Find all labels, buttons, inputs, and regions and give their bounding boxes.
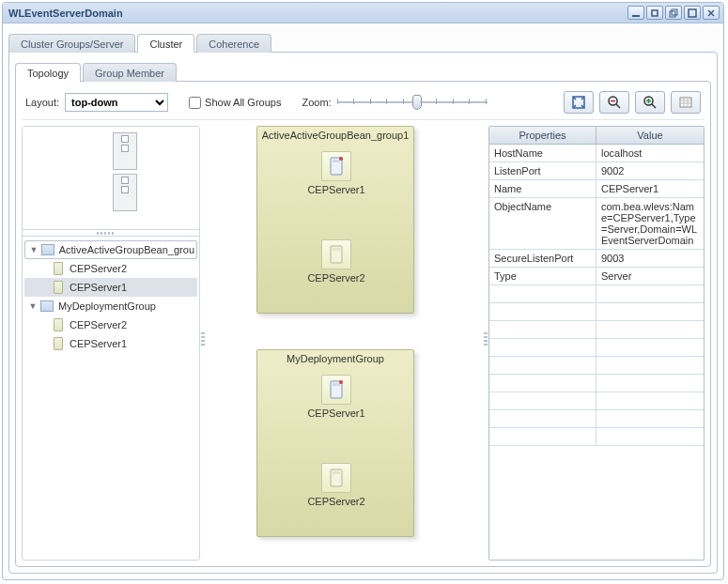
diagram-server-label: CEPServer2 [303,272,369,284]
property-row[interactable]: ObjectNamecom.bea.wlevs:Name=CEPServer1,… [489,198,704,250]
diagram-server-label: CEPServer1 [303,407,369,419]
property-row-empty [489,339,704,357]
tree-group-label: MyDeploymentGroup [58,300,156,312]
collapse-icon[interactable]: ▼ [29,245,39,254]
tree-server-label: CEPServer2 [70,319,127,330]
show-all-groups-input[interactable] [189,97,201,109]
server-icon [321,239,351,269]
svg-rect-2 [670,11,675,17]
minimize-button[interactable] [627,6,644,20]
navigator-column: ▼ ActiveActiveGroupBean_grou CEPServer2 … [22,126,200,561]
restore-down-button[interactable] [646,6,663,20]
minimap[interactable] [23,127,199,230]
property-row[interactable]: SecureListenPort9003 [489,250,704,268]
property-row[interactable]: HostNamelocalhost [489,145,704,162]
tab-cluster[interactable]: Cluster [137,34,194,53]
zoom-label: Zoom: [302,97,331,108]
tab-cluster-groups-server[interactable]: Cluster Groups/Server [8,34,135,53]
property-key: Name [489,180,596,198]
tree-server[interactable]: CEPServer1 [24,278,197,297]
svg-point-22 [339,157,343,161]
tree-server-label: CEPServer2 [70,263,127,274]
tree-group-label: ActiveActiveGroupBean_grou [59,244,194,255]
zoom-slider[interactable] [337,93,488,112]
svg-rect-3 [672,9,677,15]
property-key: SecureListenPort [489,250,596,268]
minimap-splitter[interactable] [23,230,199,237]
tab-group-member[interactable]: Group Member [83,63,177,82]
layout-select[interactable]: top-down [65,93,168,112]
diagram-server-node[interactable]: CEPServer1 [303,375,369,419]
property-key: HostName [489,145,596,162]
zoom-in-button[interactable] [635,91,665,114]
property-row[interactable]: ListenPort9002 [489,162,704,180]
property-value: 9002 [596,162,704,180]
tree-group[interactable]: ▼ MyDeploymentGroup [24,297,197,315]
app-window: WLEventServerDomain Cluster Groups/Serve… [2,2,724,580]
diagram-server-node[interactable]: CEPServer1 [303,151,369,195]
property-row[interactable]: TypeServer [489,268,704,285]
tab-topology[interactable]: Topology [15,63,81,82]
tree-server[interactable]: CEPServer2 [24,259,197,278]
tree-group[interactable]: ▼ ActiveActiveGroupBean_grou [24,240,197,259]
tree-server[interactable]: CEPServer2 [24,315,197,334]
svg-line-9 [616,104,620,108]
topology-canvas[interactable]: ActiveActiveGroupBean_group1 CEPServer1 [206,126,483,561]
properties-grid-button[interactable] [671,91,701,114]
window-title: WLEventServerDomain [7,8,626,19]
diagram-group-title: ActiveActiveGroupBean_group1 [257,127,413,146]
titlebar: WLEventServerDomain [3,3,723,23]
property-row-empty [489,357,704,375]
maximize-button[interactable] [684,6,701,20]
property-value: CEPServer1 [596,180,704,198]
property-value: Server [596,268,704,285]
properties-column: Properties Value HostNamelocalhostListen… [488,126,705,561]
property-value: localhost [596,145,704,162]
diagram-group-title: MyDeploymentGroup [257,350,413,370]
properties-header-value[interactable]: Value [596,127,704,145]
properties-header-key[interactable]: Properties [489,127,596,145]
property-key: Type [489,268,596,285]
restore-button[interactable] [665,6,682,20]
property-row-empty [489,375,704,392]
topology-toolbar: Layout: top-down Show All Groups Zoom: [22,87,705,120]
zoom-slider-thumb[interactable] [412,95,422,110]
diagram-group[interactable]: MyDeploymentGroup CEPServer1 [256,349,414,537]
collapse-icon[interactable]: ▼ [28,301,38,311]
inner-tabstrip: Topology Group Member [15,58,711,81]
server-icon [51,317,66,332]
group-tree: ▼ ActiveActiveGroupBean_grou CEPServer2 … [23,237,199,560]
server-icon [51,280,66,295]
zoom-out-button[interactable] [599,91,629,114]
svg-rect-15 [680,98,691,107]
property-value: com.bea.wlevs:Name=CEPServer1,Type=Serve… [596,198,704,250]
tree-server[interactable]: CEPServer1 [24,334,197,353]
outer-tabstrip: Cluster Groups/Server Cluster Coherence [8,29,718,52]
diagram-group[interactable]: ActiveActiveGroupBean_group1 CEPServer1 [256,126,414,314]
property-value: 9003 [596,250,704,268]
topology-panel: Layout: top-down Show All Groups Zoom: [15,81,711,567]
tab-coherence[interactable]: Coherence [196,34,271,53]
server-icon [51,261,66,276]
close-button[interactable] [703,6,720,20]
svg-point-27 [339,380,343,384]
property-key: ObjectName [489,198,596,250]
property-key: ListenPort [489,162,596,180]
svg-rect-21 [333,160,340,162]
properties-header: Properties Value [489,127,704,145]
diagram-server-node[interactable]: CEPServer2 [303,239,369,284]
property-row-empty [489,285,704,303]
svg-rect-29 [333,471,340,474]
server-icon [321,463,351,493]
fit-window-button[interactable] [564,91,594,114]
diagram-server-node[interactable]: CEPServer2 [303,463,369,507]
svg-rect-24 [333,248,340,251]
svg-rect-1 [652,10,658,16]
tree-server-label: CEPServer1 [70,338,127,349]
svg-line-12 [652,104,656,108]
layout-label: Layout: [25,97,59,108]
server-icon [51,336,66,351]
show-all-groups-checkbox[interactable]: Show All Groups [189,97,281,109]
property-row[interactable]: NameCEPServer1 [489,180,704,198]
cluster-panel: Topology Group Member Layout: top-down S… [8,52,718,574]
